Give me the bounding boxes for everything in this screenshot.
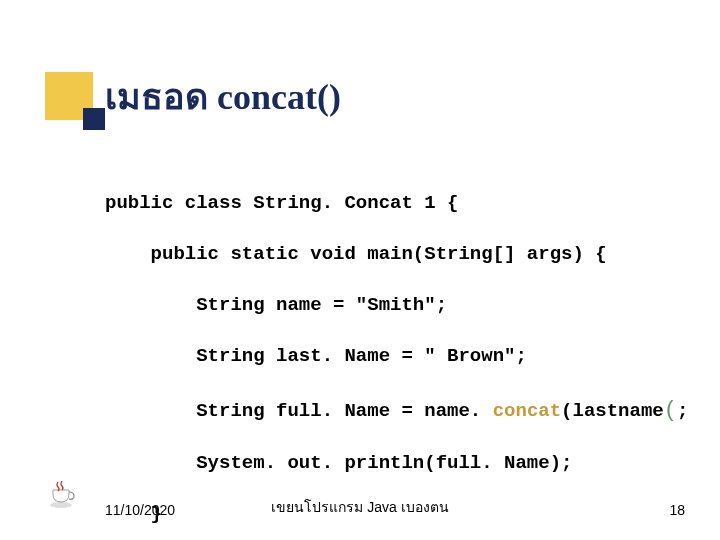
slide-footer: 11/10/2020 เขยนโปรแกรม Java เบองตน 18 xyxy=(0,494,720,518)
slide-page-number: 18 xyxy=(669,502,685,518)
code-line: String name = "Smith"; xyxy=(105,293,688,319)
slide-title: เมธอด concat() xyxy=(105,68,341,125)
code-text: (lastname xyxy=(561,400,664,422)
code-line: public static void main(String[] args) { xyxy=(105,242,688,268)
code-line: System. out. println(full. Name); xyxy=(105,451,688,477)
code-line: String full. Name = name. concat(lastnam… xyxy=(105,396,688,426)
code-text: String full. Name = name. xyxy=(105,400,493,422)
code-text: ; xyxy=(677,400,688,422)
code-line: public class String. Concat 1 { xyxy=(105,191,688,217)
code-highlight: concat xyxy=(493,400,561,422)
paren-icon: ( xyxy=(664,398,677,423)
accent-square-navy xyxy=(83,108,105,130)
slide-footer-text: เขยนโปรแกรม Java เบองตน xyxy=(0,496,720,518)
code-block: public class String. Concat 1 { public s… xyxy=(105,165,688,540)
code-line: String last. Name = " Brown"; xyxy=(105,344,688,370)
